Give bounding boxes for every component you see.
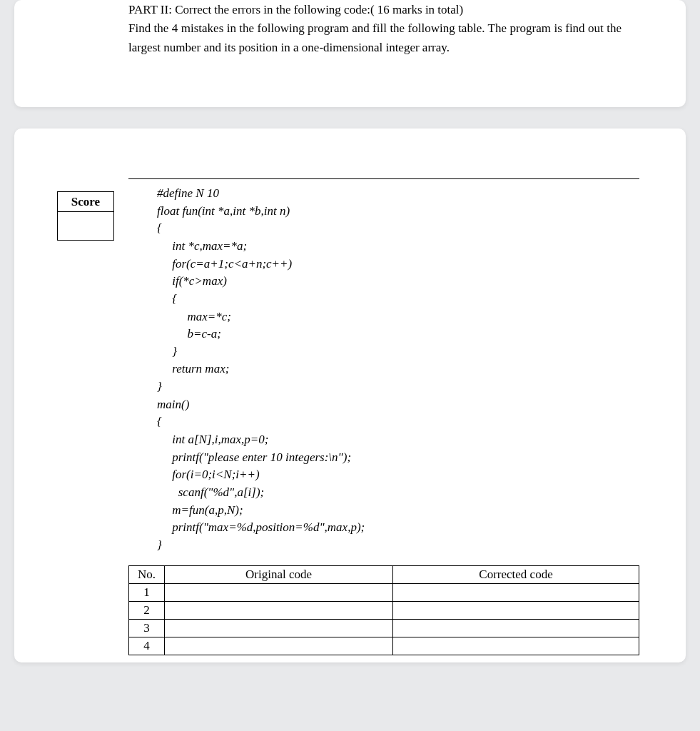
header-no: No. <box>129 566 165 584</box>
cell-no: 2 <box>129 602 165 620</box>
code-line: for(c=a+1;c<a+n;c++) <box>157 256 643 273</box>
code-line: } <box>157 537 643 555</box>
cell-no: 1 <box>129 584 165 602</box>
page-upper: PART II: Correct the errors in the follo… <box>14 0 686 107</box>
code-line: b=c-a; <box>157 326 643 343</box>
code-line: printf("max=%d,position=%d",max,p); <box>157 519 643 537</box>
answer-table: No. Original code Corrected code 1 2 3 4 <box>128 565 639 655</box>
instruction-body: Find the 4 mistakes in the following pro… <box>128 19 622 57</box>
code-line: { <box>157 291 643 308</box>
code-line: float fun(int *a,int *b,int n) <box>157 203 643 221</box>
page-lower: Score #define N 10 float fun(int *a,int … <box>14 128 686 662</box>
cell-no: 4 <box>129 637 165 655</box>
code-line: for(i=0;i<N;i++) <box>157 466 643 484</box>
cell-corrected <box>393 637 639 655</box>
cell-original <box>165 620 393 637</box>
code-line: printf("please enter 10 integers:\n"); <box>157 449 643 467</box>
question-intro: PART II: Correct the errors in the follo… <box>128 1 622 57</box>
code-line: { <box>157 220 643 238</box>
cell-corrected <box>393 602 639 620</box>
code-line: return max; <box>157 361 643 378</box>
code-line: #define N 10 <box>157 185 643 203</box>
code-line: max=*c; <box>157 308 643 326</box>
code-line: main() <box>157 396 643 414</box>
table-row: 2 <box>129 602 639 620</box>
score-value-cell <box>58 212 114 241</box>
score-label-cell: Score <box>58 192 114 212</box>
cell-no: 3 <box>129 620 165 637</box>
header-corrected: Corrected code <box>393 566 639 584</box>
table-header-row: No. Original code Corrected code <box>129 566 639 584</box>
code-line: { <box>157 413 643 431</box>
table-row: 3 <box>129 620 639 637</box>
cell-corrected <box>393 620 639 637</box>
code-line: int a[N],i,max,p=0; <box>157 431 643 449</box>
lower-wrap: Score #define N 10 float fun(int *a,int … <box>57 178 643 655</box>
score-box: Score <box>57 191 114 241</box>
table-row: 4 <box>129 637 639 655</box>
instruction-text: Correct the errors in the following code… <box>172 3 463 16</box>
part-label: PART II: <box>128 3 172 16</box>
code-line: m=fun(a,p,N); <box>157 502 643 520</box>
code-line: } <box>157 343 643 361</box>
code-line: int *c,max=*a; <box>157 238 643 256</box>
code-line: } <box>157 378 643 396</box>
cell-original <box>165 602 393 620</box>
code-line: scanf("%d",a[i]); <box>157 484 643 502</box>
header-original: Original code <box>165 566 393 584</box>
code-block: #define N 10 float fun(int *a,int *b,int… <box>157 185 643 554</box>
cell-corrected <box>393 584 639 602</box>
table-row: 1 <box>129 584 639 602</box>
cell-original <box>165 584 393 602</box>
divider-line <box>128 178 639 179</box>
code-line: if(*c>max) <box>157 273 643 291</box>
cell-original <box>165 637 393 655</box>
